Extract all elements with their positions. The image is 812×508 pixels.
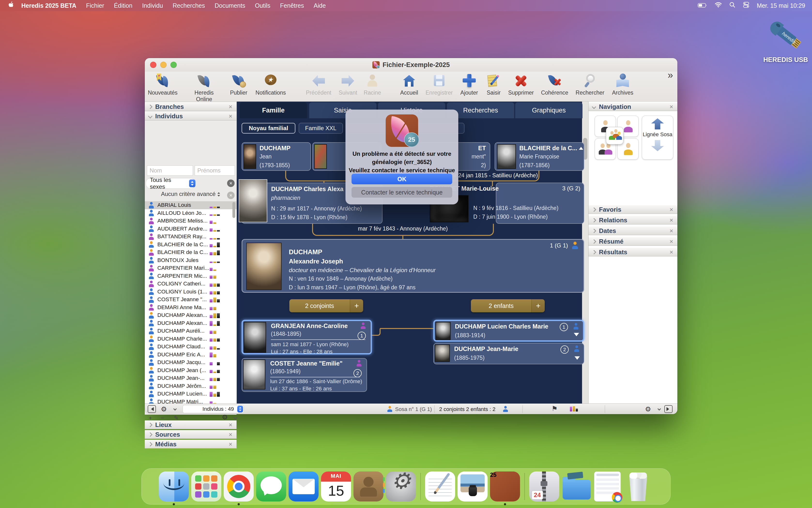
child-card-2[interactable]: DUCHAMP Jean-Marie (1885-1975) 2 <box>433 343 584 364</box>
dock-trash-icon[interactable] <box>623 471 653 502</box>
subtab-noyau-familial[interactable]: Noyau familial <box>242 123 295 133</box>
menu-item-documents[interactable]: Documents <box>215 2 245 9</box>
toolbar-coh-rence[interactable]: Cohérence <box>537 74 573 96</box>
child-card-1[interactable]: DUCHAMP Lucien Charles Marie (1883-1914)… <box>433 320 584 342</box>
list-item[interactable]: ABRIAL Louis <box>145 201 236 209</box>
stepper-icon[interactable] <box>189 179 195 187</box>
menubar-app-name[interactable]: Heredis 2025 BETA <box>21 2 76 9</box>
toolbar-overflow-chevron[interactable]: » <box>668 70 673 81</box>
list-item[interactable]: BLACHIER de la C... <box>145 248 236 256</box>
prenoms-input[interactable] <box>195 165 235 176</box>
dock-textedit-icon[interactable] <box>425 471 455 502</box>
menu-item-fichier[interactable]: Fichier <box>86 2 104 9</box>
menu-item-fen-tres[interactable]: Fenêtres <box>280 2 304 9</box>
toolbar-heredis-online[interactable]: Heredis Online <box>186 74 222 102</box>
list-item[interactable]: DUCHAMP Claud... <box>145 343 236 351</box>
list-item[interactable]: COSTET Jeanne "... <box>145 296 236 304</box>
expand-up-icon[interactable] <box>579 145 583 150</box>
ok-button[interactable]: OK <box>351 174 452 184</box>
clear-advanced-button[interactable] <box>227 192 235 199</box>
chevron-right-icon[interactable] <box>148 104 152 109</box>
list-item[interactable]: BATTANDIER Ray... <box>145 233 236 241</box>
conjoints-button[interactable]: 2 conjoints+ <box>289 299 363 312</box>
close-panel-icon[interactable] <box>669 206 674 213</box>
chevron-right-icon[interactable] <box>592 239 596 244</box>
dock-finder-icon[interactable] <box>159 471 189 502</box>
spotlight-search-icon[interactable] <box>729 2 735 9</box>
chevron-down-icon[interactable] <box>173 407 177 411</box>
menu-item-aide[interactable]: Aide <box>314 2 326 9</box>
status-gear-icon[interactable] <box>161 405 167 413</box>
list-item[interactable]: CARPENTIER Mari... <box>145 264 236 272</box>
flag-icon[interactable]: ⚑ <box>551 405 557 413</box>
menu-item-outils[interactable]: Outils <box>255 2 270 9</box>
zoom-button[interactable] <box>170 62 177 68</box>
list-item[interactable]: AMBROISE Meliss... <box>145 217 236 225</box>
expand-down-icon[interactable] <box>575 356 580 363</box>
panel-relations[interactable]: Relations <box>588 216 678 224</box>
dock-browser-icon[interactable] <box>594 471 621 502</box>
chevron-right-icon[interactable] <box>148 432 152 437</box>
sidebar-scrollbar[interactable] <box>232 202 235 218</box>
dock-contacts-icon[interactable] <box>353 471 384 502</box>
list-item[interactable]: BLACHIER de la C... <box>145 241 236 249</box>
chevron-right-icon[interactable] <box>592 228 596 233</box>
toolbar-supprimer[interactable]: Supprimer <box>503 74 539 96</box>
list-item[interactable]: DUCHAMP Jérôm... <box>145 382 236 390</box>
close-panel-icon[interactable] <box>228 431 233 438</box>
panel-r-sultats[interactable]: Résultats <box>588 248 678 256</box>
close-panel-icon[interactable] <box>228 421 233 429</box>
clear-filter-button[interactable] <box>227 179 235 187</box>
close-button[interactable] <box>150 62 156 68</box>
chart-icon[interactable] <box>570 406 578 412</box>
menubar-clock[interactable]: Mer. 15 mai 10:29 <box>757 2 805 9</box>
dock-launchpad-icon[interactable] <box>191 471 221 502</box>
list-item[interactable]: COLIGNY Catheri... <box>145 280 236 288</box>
list-item[interactable]: AUDUBERT Andre... <box>145 225 236 233</box>
menu-item-individu[interactable]: Individu <box>142 2 163 9</box>
contact-support-button[interactable]: Contacter le service technique <box>351 187 452 198</box>
enfants-button[interactable]: 2 enfants+ <box>471 299 545 312</box>
window-titlebar[interactable]: Fichier-Exemple-2025 <box>145 58 678 72</box>
dock-archive-icon[interactable]: 24 <box>529 471 559 502</box>
chevron-right-icon[interactable] <box>592 250 596 254</box>
close-panel-icon[interactable] <box>228 113 233 120</box>
list-item[interactable]: DUCHAMP Charle... <box>145 335 236 343</box>
close-panel-icon[interactable] <box>669 238 674 245</box>
list-item[interactable]: DUCHAMP Lucien... <box>145 390 236 398</box>
list-item[interactable]: DUCHAMP Alexan... <box>145 319 236 327</box>
minimize-button[interactable] <box>160 62 166 68</box>
panel-navigation[interactable]: Navigation <box>588 102 678 111</box>
grandfather-card[interactable]: DUCHAMP Jean (1793-1855) <box>242 142 311 171</box>
toolbar-publier[interactable]: Publier <box>221 74 257 96</box>
wifi-icon[interactable] <box>715 2 722 9</box>
list-item[interactable]: DUCHAMP Auréli... <box>145 327 236 335</box>
apple-icon[interactable] <box>8 1 14 10</box>
tab-famille[interactable]: Famille <box>240 102 307 118</box>
toolbar-nouveaut-s[interactable]: Nouveautés <box>145 74 181 96</box>
chevron-right-icon[interactable] <box>148 442 152 446</box>
list-item[interactable]: DUCHAMP Eric A... <box>145 351 236 359</box>
forward-button[interactable] <box>664 405 672 413</box>
menu-item-recherches[interactable]: Recherches <box>172 2 205 9</box>
list-item[interactable]: DUCHAMP Jean (... <box>145 367 236 375</box>
subtab-famille-xxl[interactable]: Famille XXL <box>299 123 343 133</box>
close-panel-icon[interactable] <box>669 248 674 256</box>
panel-sources[interactable]: Sources <box>145 430 236 439</box>
chevron-down-icon[interactable] <box>148 114 152 118</box>
dock-folder-icon[interactable] <box>562 471 592 502</box>
chevron-right-icon[interactable] <box>592 218 596 222</box>
chevron-down-icon[interactable] <box>592 104 596 109</box>
tab-graphiques[interactable]: Graphiques <box>515 102 582 118</box>
dock-mail-icon[interactable] <box>288 471 319 502</box>
dock-heredis-icon[interactable]: 25 <box>490 471 520 502</box>
nom-input[interactable] <box>147 165 193 176</box>
sosa-down-button[interactable] <box>651 140 664 151</box>
chevron-down-icon[interactable] <box>658 407 661 411</box>
individus-count-field[interactable]: Individus : 49 <box>183 405 244 413</box>
chevron-down-icon[interactable] <box>233 415 237 419</box>
grandmother2-card[interactable]: BLACHIER de la C... Marie Françoise (178… <box>495 142 584 171</box>
close-panel-icon[interactable] <box>228 103 233 111</box>
panel-dates[interactable]: Dates <box>588 226 678 235</box>
panel-r-sum[interactable]: Résumé <box>588 237 678 246</box>
